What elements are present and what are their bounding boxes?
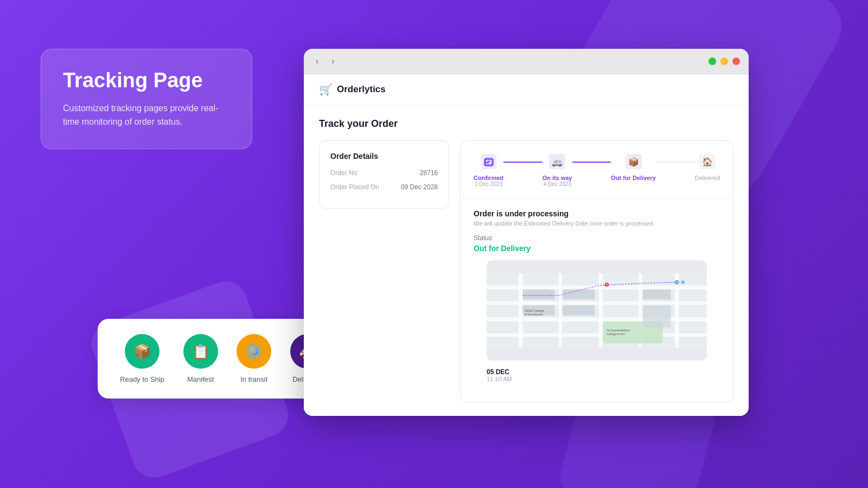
on-its-way-date: 4 Dec 2023 [544, 181, 571, 187]
timestamp-time: 11:10 AM [487, 376, 707, 382]
manifest-icon: 📋 [183, 334, 218, 369]
svg-rect-14 [559, 273, 562, 348]
line-2 [572, 162, 611, 163]
in-transit-label: In transit [240, 375, 267, 383]
in-transit-icon: ⚙️ [237, 334, 271, 369]
svg-rect-15 [599, 273, 603, 348]
app-header: 🛒 Orderlytics [304, 74, 749, 105]
svg-rect-24 [643, 305, 671, 328]
timestamp-area: 05 DEC 11:10 AM [474, 361, 720, 393]
svg-text:🚐: 🚐 [552, 157, 563, 167]
track-title: Track your Order [319, 118, 733, 130]
order-details-card: Order Details Order No 28716 Order Place… [319, 140, 449, 209]
map-container: What College & The General An Emprendedo… [487, 260, 707, 361]
svg-point-28 [676, 281, 678, 283]
out-for-delivery-label: Out for Delivery [611, 175, 656, 181]
svg-text:An Emprendedora: An Emprendedora [607, 329, 629, 332]
on-its-way-label: On its way [542, 175, 572, 181]
confirmed-step-icon: ✓ [479, 152, 499, 171]
status-field-value: Out for Delivery [474, 244, 720, 253]
svg-rect-19 [522, 290, 554, 299]
svg-text:✓: ✓ [487, 159, 491, 165]
svg-text:& The General: & The General [525, 313, 542, 316]
page-heading: Tracking Page [63, 69, 230, 93]
order-placed-field: Order Placed On 09 Dec 2028 [330, 183, 438, 191]
timestamp-date: 05 DEC [487, 368, 707, 376]
app-logo-icon: 🛒 [319, 83, 333, 96]
line-3 [656, 162, 695, 163]
svg-rect-22 [563, 305, 595, 315]
tracking-status-card: ✓ Confirmed 1 Dec 2023 [460, 140, 733, 402]
back-button[interactable]: ‹ [312, 55, 322, 67]
order-no-value: 28716 [420, 169, 438, 177]
page-description: Customized tracking pages provide real-t… [63, 101, 230, 129]
svg-rect-13 [519, 273, 522, 348]
status-item-manifest: 📋 Manifest [183, 334, 218, 383]
line-1 [503, 162, 542, 163]
processing-info: Order is under processing We will update… [461, 198, 733, 402]
order-no-label: Order No [330, 169, 357, 177]
step-out-for-delivery: 📦 Out for Delivery [611, 152, 656, 181]
status-steps: ✓ Confirmed 1 Dec 2023 [461, 141, 733, 198]
on-its-way-step-icon: 🚐 [547, 152, 567, 171]
green-control-dot[interactable] [709, 57, 716, 65]
tracking-area: Track your Order Order Details Order No … [304, 105, 749, 415]
left-panel: Tracking Page Customized tracking pages … [41, 49, 252, 165]
confirmed-label: Confirmed [474, 175, 503, 181]
svg-rect-20 [563, 290, 595, 299]
svg-rect-17 [675, 273, 679, 348]
yellow-control-dot[interactable] [720, 57, 728, 65]
out-for-delivery-step-icon: 📦 [624, 152, 643, 171]
step-on-its-way: 🚐 On its way 4 Dec 2023 [542, 152, 572, 187]
svg-text:🏠: 🏠 [702, 157, 713, 167]
forward-button[interactable]: › [328, 55, 337, 67]
status-item-ready-to-ship: 📦 Ready to Ship [120, 334, 164, 383]
svg-point-29 [681, 281, 685, 284]
status-item-in-transit: ⚙️ In transit [237, 334, 271, 383]
order-details-title: Order Details [330, 152, 438, 160]
svg-text:What College: What College [525, 309, 544, 312]
order-placed-value: 09 Dec 2028 [401, 183, 438, 191]
app-content: 🛒 Orderlytics Track your Order Order Det… [304, 74, 749, 416]
window-controls [709, 57, 740, 65]
ready-to-ship-icon: 📦 [125, 334, 159, 369]
processing-subtitle: We will update the Estimated Delivery Da… [474, 220, 720, 227]
delivered-step-label: Delivered [695, 175, 720, 181]
step-delivered: 🏠 Delivered [695, 152, 720, 181]
info-card: Tracking Page Customized tracking pages … [41, 49, 252, 149]
red-control-dot[interactable] [732, 57, 740, 65]
step-confirmed: ✓ Confirmed 1 Dec 2023 [474, 152, 503, 187]
confirmed-date: 1 Dec 2023 [475, 181, 502, 187]
manifest-label: Manifest [187, 375, 214, 383]
svg-text:College of Arts: College of Arts [607, 332, 625, 336]
two-col-layout: Order Details Order No 28716 Order Place… [319, 140, 733, 402]
browser-titlebar: ‹ › [304, 49, 749, 74]
status-field-label: Status [474, 234, 720, 242]
ready-to-ship-label: Ready to Ship [120, 375, 164, 383]
delivered-step-icon: 🏠 [698, 152, 717, 171]
processing-title: Order is under processing [474, 209, 720, 218]
order-placed-label: Order Placed On [330, 183, 379, 191]
svg-text:📦: 📦 [628, 157, 639, 167]
order-no-field: Order No 28716 [330, 169, 438, 177]
app-name: Orderlytics [337, 84, 386, 95]
svg-rect-23 [643, 290, 671, 299]
browser-window: ‹ › 🛒 Orderlytics Track your Order Order… [304, 49, 749, 416]
